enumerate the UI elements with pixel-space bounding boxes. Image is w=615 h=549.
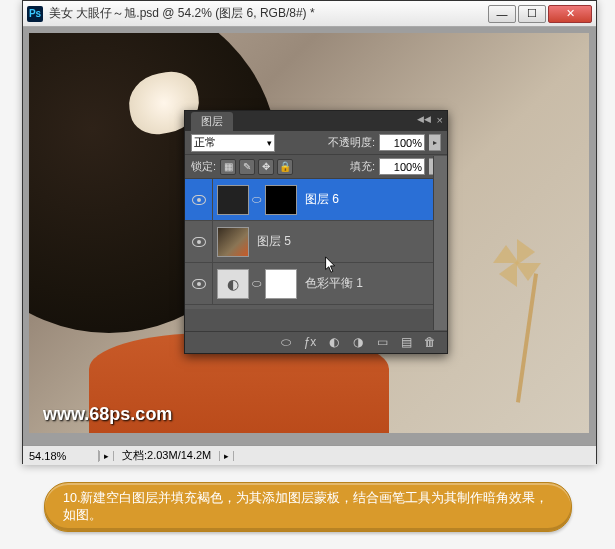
document-title: 美女 大眼仔～旭.psd @ 54.2% (图层 6, RGB/8#) * [49, 5, 315, 22]
blend-row: 正常 不透明度: 100% ▸ [185, 131, 447, 155]
maximize-button[interactable]: ☐ [518, 5, 546, 23]
layer-mask-thumbnail[interactable] [265, 185, 297, 215]
lock-transparency-icon[interactable]: ▦ [220, 159, 236, 175]
app-icon: Ps [27, 6, 43, 22]
layer-name[interactable]: 图层 5 [257, 233, 291, 250]
adjustment-layer-icon[interactable]: ◑ [349, 335, 367, 351]
layer-name[interactable]: 图层 6 [305, 191, 339, 208]
lock-label: 锁定: [191, 159, 216, 174]
image-pinwheel [489, 233, 549, 293]
instruction-caption: 10.新建空白图层并填充褐色，为其添加图层蒙板，结合画笔工具为其制作暗角效果，如… [44, 482, 572, 532]
fx-icon[interactable]: ƒx [301, 335, 319, 351]
statusbar-arrow-icon[interactable]: ▸ [99, 451, 114, 461]
visibility-toggle[interactable] [185, 221, 213, 262]
lock-all-icon[interactable]: 🔒 [277, 159, 293, 175]
panel-tabbar: 图层 ◀◀ × [185, 111, 447, 131]
mask-link-icon[interactable]: ⬭ [251, 193, 261, 206]
eye-icon [192, 279, 206, 289]
minimize-button[interactable]: — [488, 5, 516, 23]
opacity-slider-icon[interactable]: ▸ [429, 134, 441, 151]
panel-collapse-icon[interactable]: ◀◀ [417, 114, 431, 124]
group-icon[interactable]: ▭ [373, 335, 391, 351]
lock-row: 锁定: ▦ ✎ ✥ 🔒 填充: 100% ▸ [185, 155, 447, 179]
visibility-toggle[interactable] [185, 179, 213, 220]
opacity-label: 不透明度: [328, 135, 375, 150]
layers-list: ⬭ 图层 6 图层 5 ◐ ⬭ 色彩平衡 1 [185, 179, 447, 309]
blend-mode-select[interactable]: 正常 [191, 134, 275, 152]
eye-icon [192, 237, 206, 247]
statusbar-menu-icon[interactable]: ▸ [219, 451, 234, 461]
layer-thumbnail[interactable] [217, 185, 249, 215]
adjustment-icon[interactable]: ◐ [217, 269, 249, 299]
link-layers-icon[interactable]: ⬭ [277, 335, 295, 351]
fill-label: 填充: [350, 159, 375, 174]
statusbar: 54.18% ▸ 文档:2.03M/14.2M ▸ [23, 445, 596, 465]
lock-pixels-icon[interactable]: ✎ [239, 159, 255, 175]
layer-name[interactable]: 色彩平衡 1 [305, 275, 363, 292]
panel-bottom-toolbar: ⬭ ƒx ◐ ◑ ▭ ▤ 🗑 [185, 331, 447, 353]
fill-input[interactable]: 100% [379, 158, 425, 175]
zoom-level[interactable]: 54.18% [23, 450, 99, 462]
new-layer-icon[interactable]: ▤ [397, 335, 415, 351]
layer-mask-thumbnail[interactable] [265, 269, 297, 299]
layer-row[interactable]: ◐ ⬭ 色彩平衡 1 [185, 263, 447, 305]
panel-scrollbar[interactable] [433, 156, 447, 330]
titlebar[interactable]: Ps 美女 大眼仔～旭.psd @ 54.2% (图层 6, RGB/8#) *… [23, 1, 596, 27]
lock-position-icon[interactable]: ✥ [258, 159, 274, 175]
add-mask-icon[interactable]: ◐ [325, 335, 343, 351]
visibility-toggle[interactable] [185, 263, 213, 304]
layers-tab[interactable]: 图层 [191, 112, 233, 131]
opacity-input[interactable]: 100% [379, 134, 425, 151]
close-button[interactable]: ✕ [548, 5, 592, 23]
layer-row[interactable]: ⬭ 图层 6 [185, 179, 447, 221]
mask-link-icon[interactable]: ⬭ [251, 277, 261, 290]
layer-thumbnail[interactable] [217, 227, 249, 257]
doc-size-info: 文档:2.03M/14.2M [114, 448, 219, 463]
eye-icon [192, 195, 206, 205]
panel-close-icon[interactable]: × [437, 114, 443, 126]
layer-row[interactable]: 图层 5 [185, 221, 447, 263]
watermark: www.68ps.com [43, 404, 172, 425]
delete-layer-icon[interactable]: 🗑 [421, 335, 439, 351]
layers-panel[interactable]: 图层 ◀◀ × 正常 不透明度: 100% ▸ 锁定: ▦ ✎ ✥ 🔒 填充: … [184, 110, 448, 354]
